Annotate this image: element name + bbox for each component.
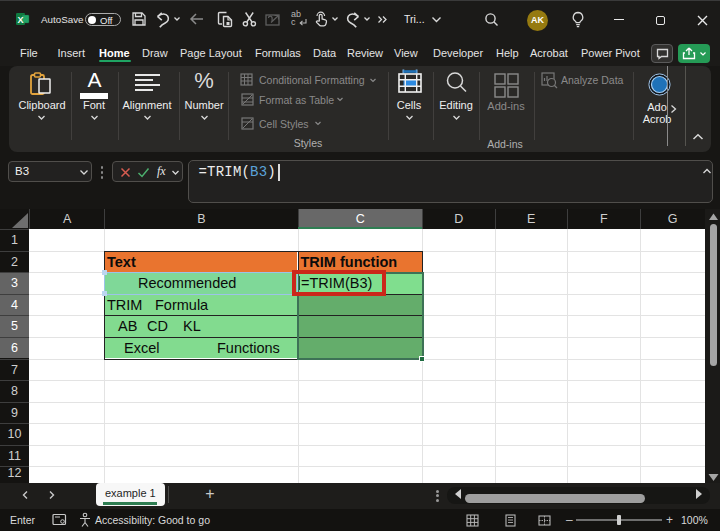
svg-text:X: X bbox=[17, 15, 23, 25]
